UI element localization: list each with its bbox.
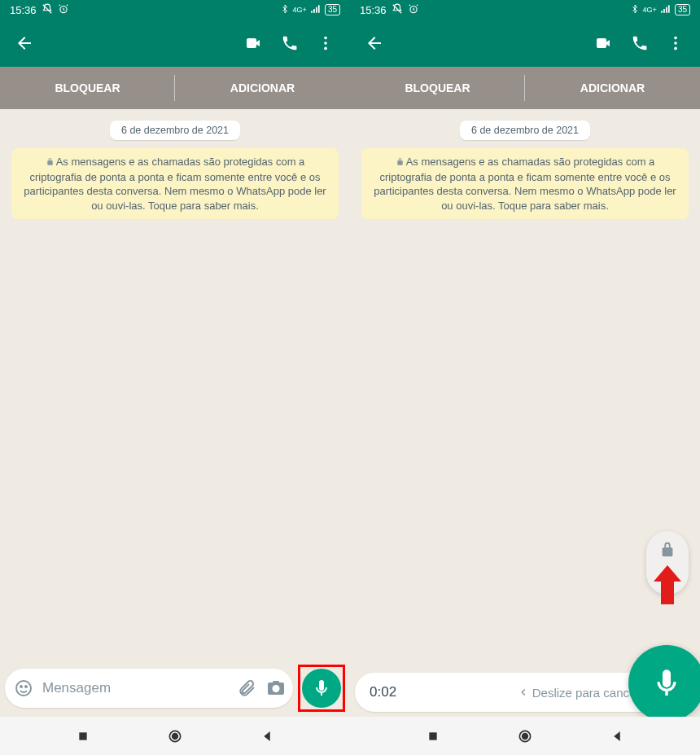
screenshot-left: 15:36 4G+ 35 — [0, 0, 350, 755]
recording-input-row: 0:02 Deslize para cancelar — [350, 668, 700, 717]
nav-recent-button[interactable] — [74, 727, 92, 745]
slide-to-lock-pill[interactable] — [646, 531, 689, 595]
svg-point-7 — [274, 687, 278, 691]
date-chip: 6 de dezembro de 2021 — [460, 121, 590, 140]
message-placeholder: Mensagem — [42, 680, 228, 696]
nav-back-button[interactable] — [608, 727, 626, 745]
date-chip: 6 de dezembro de 2021 — [110, 121, 240, 140]
voice-record-button[interactable] — [302, 669, 341, 708]
battery-icon: 35 — [675, 4, 690, 15]
mic-highlight — [298, 665, 345, 712]
nav-home-button[interactable] — [166, 727, 184, 745]
block-button[interactable]: BLOQUEAR — [350, 67, 525, 109]
voice-call-button[interactable] — [622, 25, 658, 61]
status-bar: 15:36 4G+ 35 — [0, 0, 350, 20]
svg-point-13 — [674, 42, 677, 45]
android-nav-bar — [0, 717, 350, 755]
more-options-button[interactable] — [658, 25, 693, 61]
chat-area[interactable]: 6 de dezembro de 2021 As mensagens e as … — [350, 109, 700, 717]
svg-rect-8 — [79, 732, 86, 740]
status-bar: 15:36 4G+ 35 — [350, 0, 700, 20]
svg-rect-15 — [429, 732, 436, 740]
nav-recent-button[interactable] — [424, 727, 442, 745]
nav-back-button[interactable] — [258, 727, 276, 745]
emoji-icon[interactable] — [13, 678, 34, 699]
camera-icon[interactable] — [265, 678, 287, 699]
lock-icon — [46, 156, 55, 170]
battery-icon: 35 — [325, 4, 340, 15]
network-icon: 4G+ — [643, 7, 657, 14]
recording-pill: 0:02 Deslize para cancelar — [355, 673, 659, 712]
signal-icon — [310, 3, 322, 17]
svg-point-4 — [16, 681, 31, 696]
svg-point-2 — [324, 42, 327, 45]
chat-header — [0, 20, 350, 67]
contact-action-bar: BLOQUEAR ADICIONAR — [350, 67, 700, 109]
alarm-icon — [408, 3, 419, 17]
svg-point-6 — [25, 686, 27, 687]
lock-icon — [396, 156, 405, 170]
back-button[interactable] — [357, 25, 392, 61]
svg-point-5 — [20, 686, 22, 687]
voice-record-button-active[interactable] — [628, 645, 700, 722]
block-button[interactable]: BLOQUEAR — [0, 67, 175, 109]
notifications-muted-icon — [42, 3, 53, 17]
svg-point-3 — [324, 47, 327, 50]
chat-area[interactable]: 6 de dezembro de 2021 As mensagens e as … — [0, 109, 350, 717]
contact-action-bar: BLOQUEAR ADICIONAR — [0, 67, 350, 109]
encryption-notice[interactable]: As mensagens e as chamadas são protegida… — [11, 148, 339, 219]
svg-point-12 — [674, 37, 677, 40]
screenshot-right: 15:36 4G+ 35 — [350, 0, 700, 755]
signal-icon — [660, 3, 672, 17]
lock-icon — [658, 541, 676, 562]
svg-point-17 — [523, 733, 528, 739]
recording-timer: 0:02 — [370, 684, 396, 700]
svg-point-1 — [324, 37, 327, 40]
bluetooth-icon — [630, 4, 640, 16]
svg-point-14 — [674, 47, 677, 50]
video-call-button[interactable] — [586, 25, 622, 61]
alarm-icon — [58, 3, 69, 17]
svg-point-10 — [173, 733, 178, 739]
more-options-button[interactable] — [308, 25, 343, 61]
chat-header — [350, 20, 700, 67]
status-time: 15:36 — [10, 4, 37, 16]
notifications-muted-icon — [392, 3, 403, 17]
android-nav-bar — [350, 717, 700, 755]
attach-icon[interactable] — [236, 678, 257, 699]
add-contact-button[interactable]: ADICIONAR — [525, 67, 700, 109]
message-input-row: Mensagem — [0, 660, 350, 717]
voice-call-button[interactable] — [272, 25, 308, 61]
network-icon: 4G+ — [293, 7, 307, 14]
nav-home-button[interactable] — [516, 727, 534, 745]
video-call-button[interactable] — [236, 25, 272, 61]
back-button[interactable] — [7, 25, 42, 61]
encryption-notice[interactable]: As mensagens e as chamadas são protegida… — [361, 148, 689, 219]
bluetooth-icon — [280, 4, 290, 16]
status-time: 15:36 — [360, 4, 387, 16]
message-input[interactable]: Mensagem — [5, 669, 293, 708]
add-contact-button[interactable]: ADICIONAR — [175, 67, 350, 109]
